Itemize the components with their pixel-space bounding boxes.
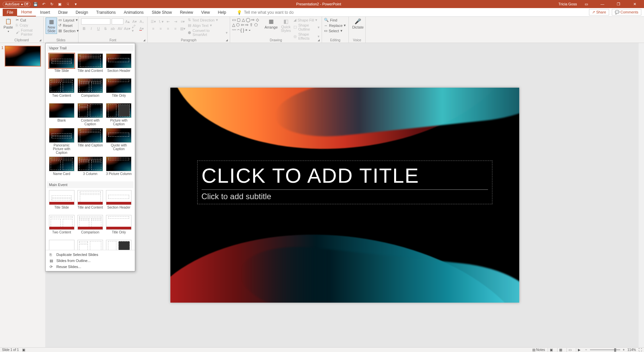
layout-button[interactable]: ▭ Layout ▾ xyxy=(58,17,79,23)
comments-button[interactable]: 💬 Comments xyxy=(612,9,641,15)
username[interactable]: Tricia Goss xyxy=(558,2,577,6)
layout-item[interactable]: Comparison xyxy=(77,78,103,101)
autosave-toggle[interactable]: AutoSave● Off xyxy=(3,2,31,7)
strike-icon[interactable]: S̶ xyxy=(103,26,108,32)
align-right-icon[interactable]: ≡ xyxy=(165,26,171,32)
title-placeholder[interactable]: CLICK TO ADD TITLE xyxy=(202,164,488,187)
tab-file[interactable]: File xyxy=(3,9,17,16)
subtitle-placeholder[interactable]: Click to add subtitle xyxy=(202,192,488,201)
layout-item[interactable]: Title and Caption xyxy=(77,128,103,155)
shape-outline-button[interactable]: ☐ Shape Outline ▾ xyxy=(293,23,320,32)
layout-item[interactable]: Blank xyxy=(48,240,75,250)
indent-inc-icon[interactable]: ⇥ xyxy=(172,18,178,25)
align-left-icon[interactable]: ≡ xyxy=(150,26,156,32)
layout-item[interactable]: Section Header xyxy=(106,190,132,213)
dictate-button[interactable]: 🎤 Dictate xyxy=(351,17,365,30)
select-button[interactable]: ▭ Select ▾ xyxy=(324,28,346,33)
bullets-icon[interactable]: ☰▾ xyxy=(150,18,156,25)
font-family-select[interactable] xyxy=(81,18,110,25)
fit-window-icon[interactable]: ⛶ xyxy=(639,348,642,352)
layout-item[interactable]: Title and Content xyxy=(77,53,103,76)
decrease-font-icon[interactable]: A▾ xyxy=(132,18,138,25)
increase-font-icon[interactable]: A▴ xyxy=(125,18,130,25)
copy-button[interactable]: ⎘ Copy xyxy=(16,23,41,28)
layout-item[interactable]: 3 Column xyxy=(77,157,103,179)
notes-button[interactable]: ▤ Notes xyxy=(532,348,545,352)
accessibility-icon[interactable]: ▣ xyxy=(22,348,25,352)
gallery-scroll[interactable]: Vapor Trail Title SlideTitle and Content… xyxy=(46,43,135,250)
layout-item[interactable]: Two Content xyxy=(48,78,75,101)
zoom-slider[interactable] xyxy=(590,349,620,350)
layout-item[interactable]: Section Header xyxy=(106,53,132,76)
slideshow-icon[interactable]: ▣ xyxy=(57,1,63,7)
tab-help[interactable]: Help xyxy=(214,9,230,16)
shape-fill-button[interactable]: ◢ Shape Fill ▾ xyxy=(293,17,320,23)
close-icon[interactable]: ✕ xyxy=(628,0,641,8)
tab-home[interactable]: Home xyxy=(17,8,36,16)
layout-item[interactable]: Content with Caption xyxy=(77,240,103,250)
cut-button[interactable]: ✂ Cut xyxy=(16,17,41,23)
reading-view-icon[interactable]: ▭ xyxy=(567,348,573,352)
qat-more-icon[interactable]: ▾ xyxy=(73,1,79,7)
font-size-select[interactable] xyxy=(112,18,123,25)
layout-item[interactable]: Blank xyxy=(48,103,75,126)
shapes-gallery[interactable]: ▭ ▢ △ ◯ ⇨ ◇ △ ⬡ ⇦ ⇨ ⇧ ⬠ 〰 ◠ { } ☆ ▾ xyxy=(232,17,263,33)
underline-icon[interactable]: U xyxy=(96,26,101,32)
layout-item[interactable]: Title Only xyxy=(106,215,132,238)
layout-item[interactable]: 3 Picture Column xyxy=(106,157,132,179)
shadow-icon[interactable]: ab xyxy=(110,26,116,32)
tab-view[interactable]: View xyxy=(197,9,214,16)
layout-item[interactable]: Quote with Caption xyxy=(106,128,132,155)
quick-styles-button[interactable]: ◧ Quick Styles xyxy=(279,17,292,33)
text-direction-button[interactable]: ⇅ Text Direction ▾ xyxy=(188,17,228,23)
share-button[interactable]: ↗ Share xyxy=(589,9,609,15)
layout-item[interactable]: Title Slide xyxy=(48,53,75,76)
section-button[interactable]: ▤ Section ▾ xyxy=(58,28,79,33)
slideshow-view-icon[interactable]: ▶ xyxy=(576,348,583,352)
columns-icon[interactable]: ▥▾ xyxy=(180,26,186,32)
align-center-icon[interactable]: ≡ xyxy=(158,26,164,32)
numbering-icon[interactable]: ⒈▾ xyxy=(158,18,164,25)
layout-item[interactable]: Comparison xyxy=(77,215,103,238)
title-placeholder-box[interactable]: CLICK TO ADD TITLE Click to add subtitle xyxy=(197,161,492,204)
ribbon-display-icon[interactable]: ▭ xyxy=(580,0,593,8)
justify-icon[interactable]: ≡ xyxy=(172,26,178,32)
highlight-icon[interactable]: 🖍▾ xyxy=(131,26,137,32)
tab-draw[interactable]: Draw xyxy=(54,9,71,16)
slide-info[interactable]: Slide 1 of 1 xyxy=(2,348,19,352)
zoom-in-icon[interactable]: + xyxy=(623,348,625,352)
layout-item[interactable]: Picture with Caption xyxy=(106,103,132,126)
font-launcher[interactable]: ◢ xyxy=(143,39,147,42)
clear-format-icon[interactable]: Aₓ xyxy=(139,18,145,25)
save-icon[interactable]: 💾 xyxy=(33,1,39,7)
slide[interactable]: CLICK TO ADD TITLE Click to add subtitle xyxy=(170,88,519,303)
vertical-scrollbar[interactable] xyxy=(639,43,644,347)
touch-icon[interactable]: ☟ xyxy=(65,1,71,7)
paste-button[interactable]: 📋 Paste▾ xyxy=(2,17,14,34)
linespacing-icon[interactable]: ≡▾ xyxy=(180,18,186,25)
duplicate-slides-item[interactable]: ⎘Duplicate Selected Slides xyxy=(48,252,132,258)
slides-from-outline-item[interactable]: ▤Slides from Outline... xyxy=(48,258,132,264)
layout-item[interactable]: Panoramic Picture with Caption xyxy=(48,128,75,155)
spacing-icon[interactable]: AV xyxy=(117,26,123,32)
layout-item[interactable]: Title Only xyxy=(106,78,132,101)
layout-item[interactable]: Content with Caption xyxy=(77,103,103,126)
layout-item[interactable]: Name Card xyxy=(48,157,75,179)
zoom-out-icon[interactable]: − xyxy=(585,348,587,352)
maximize-icon[interactable]: ❐ xyxy=(612,0,625,8)
tab-insert[interactable]: Insert xyxy=(36,9,54,16)
find-button[interactable]: 🔍 Find xyxy=(324,17,346,23)
format-painter-button[interactable]: 🖌 Format Painter xyxy=(16,28,41,37)
layout-item[interactable]: Two Content xyxy=(48,215,75,238)
indent-dec-icon[interactable]: ⇤ xyxy=(165,18,171,25)
replace-button[interactable]: ↔ Replace ▾ xyxy=(324,23,346,28)
arrange-button[interactable]: ▦ Arrange xyxy=(264,17,278,30)
reuse-slides-item[interactable]: ⟳Reuse Slides... xyxy=(48,264,132,270)
align-text-button[interactable]: ▤ Align Text ▾ xyxy=(188,23,228,28)
font-color-icon[interactable]: A▾ xyxy=(139,26,145,32)
convert-smartart-button[interactable]: ⬢ Convert to SmartArt ▾ xyxy=(188,28,228,37)
undo-icon[interactable]: ↶ xyxy=(41,1,47,7)
layout-item[interactable]: Picture with Caption xyxy=(106,240,132,250)
tab-transitions[interactable]: Transitions xyxy=(92,9,120,16)
redo-icon[interactable]: ↻ xyxy=(49,1,55,7)
